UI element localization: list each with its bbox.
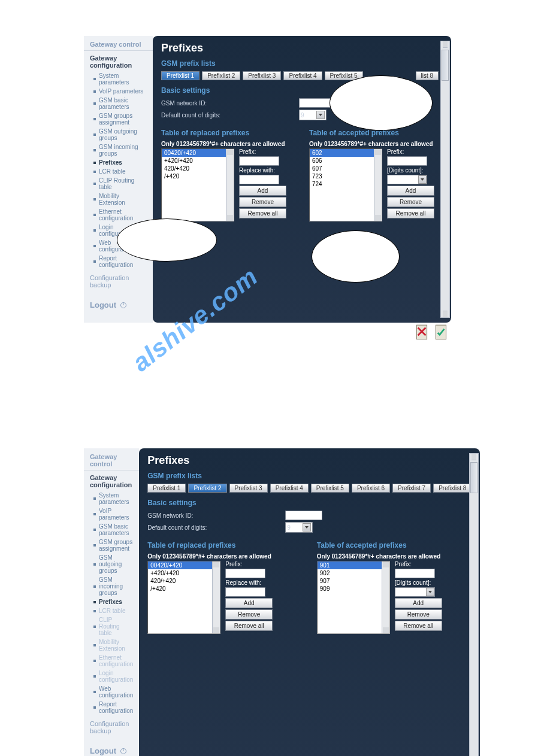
list-item[interactable]: 606 — [310, 157, 382, 165]
select-default-digits[interactable]: 9 — [285, 522, 313, 533]
list-item[interactable]: /+420 — [148, 585, 220, 593]
listbox-accepted[interactable]: 602 606 607 723 724 — [309, 148, 382, 221]
list-item[interactable]: 420/+420 — [148, 577, 220, 585]
select-digits-count[interactable] — [395, 587, 435, 597]
input-network-id[interactable] — [285, 511, 322, 520]
scrollbar-thumb[interactable] — [442, 50, 449, 81]
btn-remove[interactable]: Remove — [225, 609, 273, 620]
listbox-replaced[interactable]: 00420/+420 +420/+420 420/+420 /+420 — [147, 561, 220, 634]
sidebar-item[interactable]: Login configuration — [84, 669, 139, 684]
input-prefix[interactable] — [225, 569, 265, 578]
sidebar-item[interactable]: Mobility Extension — [84, 192, 153, 207]
list-item[interactable]: 607 — [310, 165, 382, 172]
btn-add[interactable]: Add — [395, 598, 442, 608]
delete-config-icon[interactable] — [414, 324, 430, 342]
btn-remove-all[interactable]: Remove all — [225, 621, 273, 631]
input-replace[interactable] — [225, 587, 265, 597]
scrollbar[interactable] — [440, 41, 450, 318]
list-item[interactable]: 724 — [310, 180, 382, 188]
list-item[interactable]: /+420 — [162, 172, 234, 180]
btn-remove-all[interactable]: Remove all — [395, 621, 442, 631]
sidebar-item[interactable]: Login configuration — [84, 223, 153, 238]
logout-link[interactable]: Logout — [84, 293, 153, 317]
btn-remove[interactable]: Remove — [387, 197, 434, 207]
config-backup[interactable]: Configuration backup — [84, 715, 139, 739]
btn-remove-all[interactable]: Remove all — [387, 208, 434, 218]
input-prefix[interactable] — [239, 156, 279, 166]
sidebar-item[interactable]: Mobility Extension — [84, 637, 139, 653]
sidebar-item[interactable]: Ethernet configuration — [84, 653, 139, 669]
tab-prefixlist-1[interactable]: Prefixlist 1 — [147, 484, 186, 493]
input-replace[interactable] — [239, 175, 279, 184]
input-prefix[interactable] — [395, 569, 435, 578]
sidebar-item[interactable]: GSM incoming groups — [84, 575, 139, 597]
list-item[interactable]: 909 — [318, 585, 389, 593]
list-item[interactable]: 00420/+420 — [148, 561, 220, 569]
list-item[interactable]: 420/+420 — [162, 165, 234, 172]
list-item[interactable]: 723 — [310, 172, 382, 180]
sidebar-item[interactable]: Web configuration — [84, 238, 153, 254]
config-backup[interactable]: Configuration backup — [84, 269, 153, 293]
sidebar-item[interactable]: GSM outgoing groups — [84, 127, 153, 142]
input-prefix[interactable] — [387, 156, 427, 166]
btn-add[interactable]: Add — [387, 186, 434, 196]
scrollbar[interactable] — [469, 453, 479, 756]
btn-add[interactable]: Add — [225, 598, 273, 608]
gateway-control-header[interactable]: Gateway control — [84, 448, 139, 470]
btn-remove-all[interactable]: Remove all — [239, 208, 286, 218]
sidebar-item[interactable]: VoIP parameters — [84, 506, 139, 522]
sidebar-item[interactable]: GSM groups assignment — [84, 538, 139, 553]
select-default-digits[interactable]: 9 — [299, 110, 327, 120]
sidebar-item[interactable]: Web configuration — [84, 684, 139, 700]
tab-prefixlist-3[interactable]: Prefixlist 3 — [229, 484, 268, 493]
input-network-id[interactable] — [299, 98, 336, 108]
btn-remove[interactable]: Remove — [395, 609, 442, 620]
tab-prefixlist-1[interactable]: Prefixlist 1 — [161, 71, 200, 80]
listbox-accepted[interactable]: 901 902 907 909 — [317, 561, 390, 634]
btn-add[interactable]: Add — [239, 186, 286, 196]
sidebar-item[interactable]: LCR table — [84, 167, 153, 176]
tab-prefixlist-4[interactable]: Prefixlist 4 — [283, 71, 322, 80]
sidebar-item[interactable]: GSM basic parameters — [84, 522, 139, 538]
list-item[interactable]: 902 — [318, 569, 389, 577]
sidebar-item[interactable]: LCR table — [84, 606, 139, 615]
listbox-scrollbar[interactable] — [374, 149, 382, 221]
listbox-scrollbar[interactable] — [212, 561, 220, 633]
listbox-replaced[interactable]: 00420/+420 +420/+420 420/+420 /+420 — [161, 148, 234, 221]
apply-config-icon[interactable] — [433, 324, 449, 342]
sidebar-item[interactable]: VoIP parameters — [84, 87, 153, 96]
list-item[interactable]: 901 — [318, 561, 389, 569]
list-item[interactable]: 907 — [318, 577, 389, 585]
sidebar-item[interactable]: CLIP Routing table — [84, 615, 139, 637]
scrollbar-thumb[interactable] — [470, 462, 477, 493]
tab-prefixlist-5[interactable]: Prefixlist 5 — [325, 71, 363, 80]
tab-prefixlist-6[interactable]: Prefixlist 6 — [352, 484, 390, 493]
list-item[interactable]: 00420/+420 — [162, 149, 234, 157]
tab-prefixlist-8[interactable]: list 8 — [416, 71, 439, 80]
sidebar-item[interactable]: GSM basic parameters — [84, 96, 153, 111]
list-item[interactable]: 602 — [310, 149, 382, 157]
sidebar-item[interactable]: GSM outgoing groups — [84, 553, 139, 575]
sidebar-item[interactable]: System parameters — [84, 71, 153, 87]
logout-link[interactable]: Logout — [84, 739, 139, 756]
sidebar-item[interactable]: CLIP Routing table — [84, 176, 153, 192]
gateway-control-header[interactable]: Gateway control — [84, 36, 153, 50]
sidebar-item-prefixes[interactable]: Prefixes — [84, 158, 153, 167]
btn-remove[interactable]: Remove — [239, 197, 286, 207]
sidebar-item-prefixes[interactable]: Prefixes — [84, 597, 139, 606]
sidebar-item[interactable]: System parameters — [84, 491, 139, 506]
sidebar-item[interactable]: Report configuration — [84, 254, 153, 269]
tab-prefixlist-4[interactable]: Prefixlist 4 — [270, 484, 309, 493]
tab-prefixlist-2[interactable]: Prefixlist 2 — [202, 71, 240, 80]
listbox-scrollbar[interactable] — [226, 149, 234, 221]
tab-prefixlist-7[interactable]: Prefixlist 7 — [392, 484, 431, 493]
sidebar-item[interactable]: GSM groups assignment — [84, 111, 153, 127]
tab-prefixlist-3[interactable]: Prefixlist 3 — [243, 71, 281, 80]
tab-prefixlist-5[interactable]: Prefixlist 5 — [311, 484, 349, 493]
tab-prefixlist-2[interactable]: Prefixlist 2 — [188, 484, 226, 493]
select-digits-count[interactable] — [387, 175, 427, 184]
list-item[interactable]: +420/+420 — [148, 569, 220, 577]
sidebar-item[interactable]: Ethernet configuration — [84, 207, 153, 223]
sidebar-item[interactable]: GSM incoming groups — [84, 142, 153, 158]
listbox-scrollbar[interactable] — [382, 561, 389, 633]
